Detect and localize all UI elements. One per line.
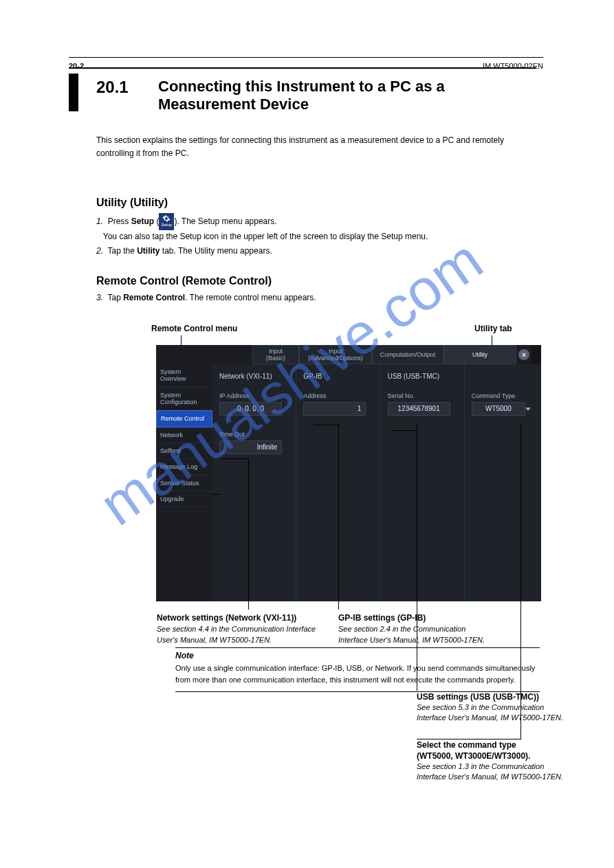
callout-network-title: Network settings (Network (VXI-11)) xyxy=(157,613,296,623)
sidebar-item-sensor-status[interactable]: Sensor Status xyxy=(156,476,212,491)
callout-cmdtype: Select the command type (WT5000, WT3000E… xyxy=(417,739,595,782)
tab-bar: Input (Basic) Input (Advanced/Options) C… xyxy=(156,345,541,364)
step1-text-a: Press xyxy=(108,216,131,226)
col-usb-title: USB (USB-TMC) xyxy=(388,372,457,380)
leader-gpib-h xyxy=(314,425,339,425)
tab-blank xyxy=(156,345,252,364)
callout-usb-sub1: See section 5.3 in the Communication xyxy=(417,703,544,711)
leader-sensor-h xyxy=(212,494,221,495)
callout-cmd-sub0: (WT5000, WT3000E/WT3000). xyxy=(417,751,530,761)
section-title-line1: Connecting this Instrument to a PC as a xyxy=(158,78,445,95)
step3-remote-keyword: Remote Control xyxy=(123,293,185,302)
label-utility-tab: Utility tab xyxy=(474,324,512,333)
callout-network-sub1: See section 4.4 in the Communication Int… xyxy=(157,625,316,633)
section-number: 20.1 xyxy=(96,78,129,97)
footer: 20-2 IM WT5000-02EN xyxy=(69,57,543,70)
leader-usb xyxy=(417,424,417,610)
tab-input-adv-line1: Input xyxy=(307,348,364,355)
setup-icon: Setup xyxy=(159,213,174,230)
tab-input-basic-line2: (Basic) xyxy=(260,355,292,361)
intro-paragraph: This section explains the settings for c… xyxy=(96,134,536,159)
command-type-label: Command Type xyxy=(472,392,534,399)
callout-usb-sub2: Interface User's Manual, IM WT5000-17EN. xyxy=(417,713,563,722)
step3-text-a: Tap xyxy=(107,293,123,302)
leader-gpib xyxy=(338,424,339,610)
tab-utility-label: Utility xyxy=(451,351,509,358)
column-command: Command Type WT5000 xyxy=(465,364,541,601)
callout-gpib-sub1: See section 2.4 in the Communication xyxy=(338,625,465,633)
address-field[interactable]: 1 xyxy=(303,402,366,416)
note-title: Note xyxy=(175,651,540,660)
tab-input-basic[interactable]: Input (Basic) xyxy=(252,345,299,364)
callout-gpib-sub2: Interface User's Manual, IM WT5000-17EN. xyxy=(338,636,485,644)
callout-gpib: GP-IB settings (GP-IB) See section 2.4 i… xyxy=(338,612,517,646)
step1-number: 1. xyxy=(96,216,103,226)
timeout-field[interactable]: Infinite xyxy=(219,441,282,454)
step2-text-a: Tap the xyxy=(107,246,137,256)
step-1: 1. Press Setup ( Setup ). The Setup menu… xyxy=(96,213,543,243)
step2-text-c: tab. The Utility menu appears. xyxy=(160,246,272,256)
sidebar-item-system-config[interactable]: System Configuration xyxy=(156,388,212,411)
callout-cmd-sub1: See section 1.3 in the Communication xyxy=(417,762,544,770)
tab-input-advanced[interactable]: Input (Advanced/Options) xyxy=(299,345,372,364)
tab-computation-output[interactable]: Computation/Output xyxy=(372,345,443,364)
step3-number: 3. xyxy=(96,293,103,302)
step-3: 3. Tap Remote Control. The remote contro… xyxy=(96,291,543,304)
heading-utility: Utility (Utility) xyxy=(96,197,543,209)
callout-gpib-title: GP-IB settings (GP-IB) xyxy=(338,613,426,623)
command-type-dropdown[interactable]: WT5000 xyxy=(472,402,525,416)
col-gpib-title: GP-IB xyxy=(303,372,373,380)
callout-cmd-title: Select the command type xyxy=(417,740,516,750)
step2-utility-keyword: Utility xyxy=(137,246,160,256)
address-label: Address xyxy=(303,392,373,399)
setup-icon-caption: Setup xyxy=(159,223,174,227)
sidebar-item-message-log[interactable]: Message Log xyxy=(156,459,212,475)
step-2: 2. Tap the Utility tab. The Utility menu… xyxy=(96,245,543,258)
step1-setup-keyword: Setup xyxy=(131,216,154,226)
note-body: Only use a single communication interfac… xyxy=(175,663,540,686)
callout-usb: USB settings (USB (USB-TMC)) See section… xyxy=(417,691,595,723)
sidebar-item-network[interactable]: Network xyxy=(156,427,212,443)
screenshot-panel: Input (Basic) Input (Advanced/Options) C… xyxy=(156,345,541,601)
close-icon: × xyxy=(518,349,529,360)
sidebar-item-upgrade[interactable]: Upgrade xyxy=(156,491,212,507)
sidebar-item-selftest[interactable]: Selftest xyxy=(156,443,212,459)
side-overview-b: Overview xyxy=(160,375,186,382)
col-network-title: Network (VXI-11) xyxy=(219,372,289,380)
label-remote-menu: Remote Control menu xyxy=(151,324,237,333)
timeout-label: Time Out xyxy=(219,431,289,438)
ip-address-field[interactable]: 0. 0. 0. 0 xyxy=(219,402,282,416)
callout-network: Network settings (Network (VXI-11)) See … xyxy=(157,612,349,646)
footer-page: 20-2 xyxy=(69,62,84,70)
step1-paren-open: ( xyxy=(154,216,159,226)
tab-input-adv-line2: (Advanced/Options) xyxy=(307,355,364,361)
leader-net-h xyxy=(220,458,249,459)
tab-utility[interactable]: Utility xyxy=(443,345,516,364)
leader-network xyxy=(248,458,249,610)
step3-text-c: . The remote control menu appears. xyxy=(185,293,316,302)
section-title-line2: Measurement Device xyxy=(158,96,309,113)
serial-field: 12345678901 xyxy=(388,402,450,416)
side-config-a: System xyxy=(160,392,181,399)
side-overview-a: System xyxy=(160,368,181,375)
step1-text-d: ). The Setup menu appears. xyxy=(174,216,276,226)
callout-cmd-sub2: Interface User's Manual, IM WT5000-17EN. xyxy=(417,772,563,781)
step2-number: 2. xyxy=(96,246,103,256)
footer-doc: IM WT5000-02EN xyxy=(483,62,543,70)
column-network: Network (VXI-11) IP Address 0. 0. 0. 0 T… xyxy=(212,364,296,601)
close-button[interactable]: × xyxy=(516,345,531,364)
side-config-b: Configuration xyxy=(160,399,197,405)
section-title: Connecting this Instrument to a PC as a … xyxy=(158,78,445,114)
column-usb: USB (USB-TMC) Serial No. 12345678901 xyxy=(381,364,465,601)
callout-network-sub2: User's Manual, IM WT5000-17EN. xyxy=(157,636,272,644)
note-block: Note Only use a single communication int… xyxy=(175,645,540,695)
sidebar: System Overview System Configuration Rem… xyxy=(156,364,212,601)
heading-remote: Remote Control (Remote Control) xyxy=(96,275,543,287)
chapter-indicator-tab xyxy=(69,74,78,111)
sidebar-item-system-overview[interactable]: System Overview xyxy=(156,364,212,388)
leader-cmd-h xyxy=(417,739,521,739)
step1-text-e: You can also tap the Setup icon in the u… xyxy=(103,232,428,241)
tab-input-basic-line1: Input xyxy=(260,348,292,355)
serial-label: Serial No. xyxy=(388,392,457,399)
sidebar-item-remote-control[interactable]: Remote Control xyxy=(156,410,212,427)
